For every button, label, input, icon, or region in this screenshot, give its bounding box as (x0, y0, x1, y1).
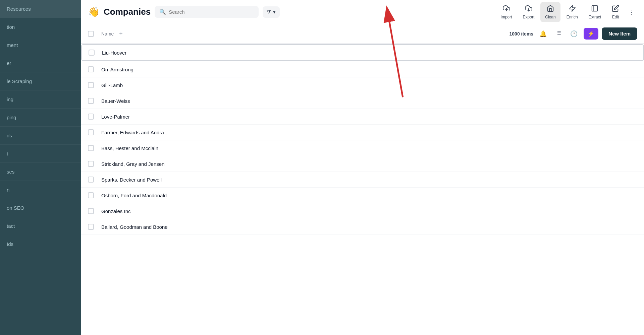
history-icon-button[interactable]: 🕐 (568, 29, 580, 39)
row-checkbox[interactable] (88, 145, 94, 151)
row-checkbox-container (88, 98, 101, 104)
sidebar-item-tion[interactable]: tion (0, 18, 81, 36)
row-name: Strickland, Gray and Jensen (101, 161, 637, 167)
row-checkbox-container (88, 224, 101, 230)
select-all-checkbox-container (88, 31, 101, 37)
import-icon (503, 5, 510, 14)
main-content: 👋 Companies 🔍 ⧩ ▾ Import (81, 0, 644, 335)
row-checkbox-container (88, 177, 101, 183)
row-checkbox[interactable] (88, 82, 94, 88)
sidebar-item-ds[interactable]: ds (0, 127, 81, 145)
table-row[interactable]: Sparks, Decker and Powell (81, 172, 644, 188)
sidebar: Resources tion ment er le Scraping ing p… (0, 0, 81, 335)
import-button[interactable]: Import (496, 2, 517, 22)
search-icon: 🔍 (159, 9, 166, 15)
filter-icon: ⧩ (267, 9, 271, 15)
table-row[interactable]: Ballard, Goodman and Boone (81, 219, 644, 235)
table-header: Name + 1000 items 🔔 🕐 ⚡ New Item (81, 24, 644, 44)
sidebar-item-n[interactable]: n (0, 181, 81, 199)
row-checkbox[interactable] (88, 98, 94, 104)
extract-label: Extract (589, 15, 601, 19)
table-row[interactable]: Osborn, Ford and Macdonald (81, 188, 644, 203)
extract-button[interactable]: Extract (584, 2, 606, 22)
table-row[interactable]: Farmer, Edwards and Andra… (81, 125, 644, 140)
page-title: Companies (104, 7, 151, 17)
row-checkbox[interactable] (89, 50, 95, 56)
edit-button[interactable]: Edit (607, 2, 624, 22)
row-checkbox[interactable] (88, 161, 94, 167)
row-name: Sparks, Decker and Powell (101, 177, 637, 183)
table-row[interactable]: Gill-Lamb (81, 77, 644, 93)
clean-icon (547, 5, 554, 14)
row-checkbox[interactable] (88, 177, 94, 183)
add-column-button[interactable]: + (119, 30, 123, 37)
export-button[interactable]: Export (518, 2, 539, 22)
sidebar-item-seo[interactable]: on SEO (0, 199, 81, 217)
filter-chevron: ▾ (273, 9, 276, 15)
row-checkbox[interactable] (88, 208, 94, 214)
edit-icon (612, 5, 619, 14)
row-name: Farmer, Edwards and Andra… (101, 130, 637, 135)
sidebar-item-ids[interactable]: Ids (0, 235, 81, 253)
enrich-icon (569, 5, 576, 14)
sidebar-item-resources[interactable]: Resources (0, 0, 81, 18)
table-row[interactable]: Gonzales Inc (81, 203, 644, 219)
table-body: Liu-Hoover Orr-Armstrong Gill-Lamb Bauer… (81, 44, 644, 335)
table-row[interactable]: Orr-Armstrong (81, 62, 644, 77)
export-label: Export (523, 15, 535, 19)
row-checkbox-container (88, 208, 101, 214)
sidebar-item-t[interactable]: t (0, 145, 81, 163)
sidebar-item-ping[interactable]: ping (0, 109, 81, 127)
svg-rect-3 (592, 5, 598, 11)
import-label: Import (501, 15, 512, 19)
sidebar-item-ing[interactable]: ing (0, 90, 81, 109)
row-name: Gonzales Inc (101, 208, 637, 214)
clean-label: Clean (545, 15, 555, 19)
toolbar-left: 👋 Companies 🔍 ⧩ ▾ (88, 6, 492, 18)
export-icon (525, 5, 532, 14)
clean-button[interactable]: Clean (540, 2, 560, 22)
more-options-button[interactable]: ⋮ (625, 5, 637, 19)
bell-icon-button[interactable]: 🔔 (537, 29, 549, 39)
sidebar-item-er[interactable]: er (0, 54, 81, 72)
row-checkbox-container (88, 66, 101, 72)
sidebar-item-ses[interactable]: ses (0, 163, 81, 181)
filter-button[interactable]: ⧩ ▾ (263, 6, 280, 18)
table-row[interactable]: Bass, Hester and Mcclain (81, 140, 644, 156)
sidebar-item-ment[interactable]: ment (0, 36, 81, 54)
enrich-toolbar-button[interactable]: Enrich (562, 2, 583, 22)
enrich-purple-button[interactable]: ⚡ (584, 28, 598, 40)
sidebar-item-scraping[interactable]: le Scraping (0, 72, 81, 90)
table-row[interactable]: Love-Palmer (81, 109, 644, 125)
toolbar-right: Import Export (496, 2, 637, 22)
row-checkbox-container (89, 50, 102, 56)
row-checkbox-container (88, 114, 101, 120)
table-row[interactable]: Liu-Hoover (81, 44, 644, 61)
row-name: Bauer-Weiss (101, 98, 637, 104)
sort-icon-button[interactable] (553, 28, 564, 39)
row-checkbox-container (88, 82, 101, 88)
table-row[interactable]: Bauer-Weiss (81, 93, 644, 109)
search-box: 🔍 (155, 6, 259, 18)
row-name: Ballard, Goodman and Boone (101, 224, 637, 230)
items-count: 1000 items (509, 31, 534, 37)
row-name: Liu-Hoover (102, 50, 637, 56)
row-checkbox[interactable] (88, 224, 94, 230)
name-column-header: Name + (101, 30, 509, 37)
row-name: Gill-Lamb (101, 82, 637, 88)
select-all-checkbox[interactable] (88, 31, 94, 37)
row-checkbox[interactable] (88, 66, 94, 72)
new-item-button[interactable]: New Item (602, 27, 637, 40)
edit-label: Edit (612, 15, 619, 19)
table-row[interactable]: Strickland, Gray and Jensen (81, 156, 644, 172)
extract-icon (591, 5, 598, 14)
row-checkbox-container (88, 161, 101, 167)
search-input[interactable] (169, 9, 254, 15)
row-checkbox[interactable] (88, 114, 94, 120)
row-checkbox-container (88, 129, 101, 135)
row-name: Love-Palmer (101, 114, 637, 120)
row-checkbox[interactable] (88, 129, 94, 135)
sidebar-item-tact[interactable]: tact (0, 217, 81, 235)
row-checkbox[interactable] (88, 192, 94, 198)
page-icon: 👋 (88, 6, 100, 17)
